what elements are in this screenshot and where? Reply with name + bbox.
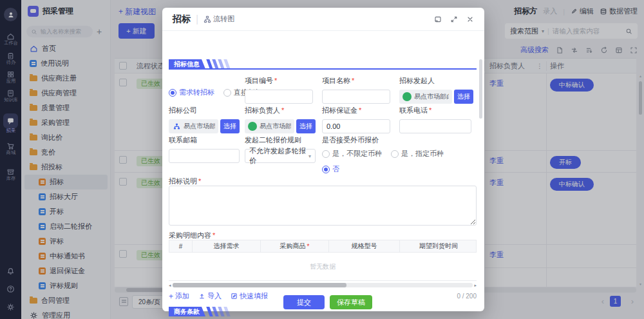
flow-chart-link[interactable]: 流转图 [204, 14, 234, 24]
section-title: 招标信息 [169, 59, 205, 69]
radio-icon [169, 89, 176, 97]
chevron-down-icon: ▾ [308, 153, 311, 159]
deposit-input[interactable] [322, 119, 390, 133]
field-project-no: 项目编号* [245, 76, 313, 104]
company-select-button[interactable]: 选择 [220, 119, 240, 133]
quick-icon [231, 293, 238, 300]
person-avatar-icon [248, 122, 257, 131]
expand-icon[interactable] [450, 15, 458, 23]
field-foreign-currency: 是否接受外币报价 是，不限定币种 是，指定币种 否 [322, 135, 473, 174]
field-owner: 招标负责人* 易点市场部白月2020 选择 [245, 106, 316, 133]
scrollbar-thumb[interactable] [173, 283, 347, 287]
initiator-tag: 易点市场部白月2020 [399, 90, 452, 104]
initiator-select-button[interactable]: 选择 [454, 90, 473, 104]
radio-icon [322, 150, 330, 158]
owner-tag: 易点市场部白月2020 [245, 119, 294, 133]
project-no-input[interactable] [245, 90, 313, 104]
field-email: 联系邮箱 [169, 135, 240, 163]
company-tag: 易点市场部白月2020 [169, 119, 218, 133]
radio-yes-specified-currency[interactable]: 是，指定币种 [391, 149, 444, 159]
scroll-right-arrow[interactable]: ▸ [474, 283, 477, 287]
section-title: 商务条款 [169, 307, 205, 316]
radio-icon [322, 166, 330, 173]
flowchart-icon [204, 15, 211, 23]
close-icon[interactable] [466, 15, 474, 23]
open-window-icon[interactable] [434, 15, 442, 23]
import-link[interactable]: 导入 [198, 291, 222, 301]
currency-radio-group: 是，不限定币种 是，指定币种 [322, 149, 473, 159]
empty-state: 暂无数据 [169, 253, 477, 281]
radio-demand-to-bid[interactable]: 需求转招标 [169, 88, 214, 97]
modal-scrollbar-thumb[interactable] [479, 59, 482, 119]
quick-fill-link[interactable]: 快速填报 [231, 291, 268, 301]
person-avatar-icon [402, 92, 412, 101]
row-counter: 0 / 200 [457, 293, 477, 300]
detail-column-header: 选择需求 [193, 240, 261, 252]
radio-yes-any-currency[interactable]: 是，不限定币种 [322, 149, 382, 159]
ribbon-stripe [223, 59, 230, 69]
scroll-left-arrow[interactable]: ◂ [169, 283, 171, 287]
phone-input[interactable] [399, 119, 471, 133]
field-phone: 联系电话* [399, 106, 471, 133]
radio-icon [223, 89, 231, 97]
email-input[interactable] [169, 149, 240, 163]
project-name-input[interactable] [322, 90, 390, 104]
field-initiator: 招标发起人 易点市场部白月2020 选择 [399, 76, 473, 104]
section-underline [169, 68, 477, 70]
field-second-round-rule: 发起二轮报价规则 不允许发起多轮报价 ▾ [245, 135, 316, 163]
screen: 工作台待办应用知识库招采商城库存 招采管理 输入名称来搜索 + 首页使用说明供应… [0, 0, 644, 319]
upload-icon [198, 293, 205, 300]
add-link[interactable]: +添加 [169, 291, 189, 301]
detail-column-header: 规格型号 [329, 240, 400, 252]
radio-no-foreign-currency[interactable]: 否 [322, 164, 339, 174]
submit-button[interactable]: 提交 [283, 295, 325, 309]
purchase-detail-table: #选择需求采购商品*规格型号期望到货时间 暂无数据 [169, 240, 477, 281]
description-textarea[interactable] [169, 186, 477, 226]
divider: | [196, 14, 198, 25]
bid-form-modal: 招标 | 流转图 招标信息 [162, 8, 484, 311]
second-round-rule-select[interactable]: 不允许发起多轮报价 ▾ [245, 149, 316, 163]
save-draft-button[interactable]: 保存草稿 [330, 295, 372, 309]
section-header-business-terms: 商务条款 [169, 307, 229, 316]
field-company: 招标公司 易点市场部白月2020 选择 [169, 106, 240, 133]
section-header-bid-info: 招标信息 [169, 59, 229, 69]
field-project-name: 项目名称* [322, 76, 390, 104]
modal-title: 招标 [173, 14, 191, 25]
detail-column-header: # [169, 240, 193, 252]
field-deposit: 招标保证金* [322, 106, 390, 133]
radio-icon [391, 150, 399, 158]
org-icon [172, 122, 181, 131]
detail-column-header: 采购商品* [261, 240, 329, 252]
plus-icon: + [169, 293, 173, 300]
detail-column-header: 期望到货时间 [400, 240, 477, 252]
owner-select-button[interactable]: 选择 [296, 119, 316, 133]
detail-horizontal-scrollbar[interactable]: ◂ ▸ [169, 283, 477, 287]
